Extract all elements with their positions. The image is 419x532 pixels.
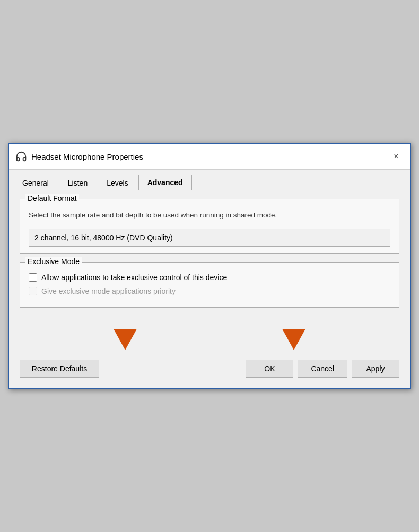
headset-icon [15,151,27,162]
ok-button[interactable]: OK [246,360,293,378]
exclusive-priority-row: Give exclusive mode applications priorit… [29,287,390,295]
dialog-body: Default Format Select the sample rate an… [9,190,410,324]
exclusive-control-label[interactable]: Allow applications to take exclusive con… [41,273,227,282]
footer-left: Restore Defaults [20,360,246,378]
default-format-title: Default Format [25,194,79,203]
restore-defaults-button[interactable]: Restore Defaults [20,360,99,378]
default-format-group: Default Format Select the sample rate an… [20,199,399,253]
exclusive-mode-group: Exclusive Mode Allow applications to tak… [20,262,399,308]
exclusive-control-checkbox[interactable] [29,273,37,282]
dialog-title: Headset Microphone Properties [31,152,143,161]
apply-button[interactable]: Apply [352,360,399,378]
footer-right: OK Cancel Apply [246,360,399,378]
default-format-content: Select the sample rate and bit depth to … [29,210,390,246]
default-format-description: Select the sample rate and bit depth to … [29,210,390,221]
exclusive-mode-title: Exclusive Mode [25,257,82,266]
exclusive-priority-checkbox [29,287,37,295]
arrow-indicators [9,325,410,353]
ok-arrow-container [110,329,140,353]
dialog-footer: Restore Defaults OK Cancel Apply [9,353,410,388]
tab-levels[interactable]: Levels [98,175,137,190]
apply-arrow-container [279,329,309,353]
close-button[interactable]: × [389,149,404,164]
apply-arrow [282,329,305,350]
tab-advanced[interactable]: Advanced [138,175,192,190]
exclusive-priority-label: Give exclusive mode applications priorit… [41,287,176,295]
exclusive-mode-content: Allow applications to take exclusive con… [29,273,390,295]
properties-dialog: Headset Microphone Properties × General … [8,143,411,389]
format-dropdown[interactable]: 1 channel, 16 bit, 44100 Hz (CD Quality)… [29,229,390,247]
tab-general[interactable]: General [13,175,58,190]
dialog-content: Default Format Select the sample rate an… [9,190,410,324]
title-bar-left: Headset Microphone Properties [15,151,143,162]
ok-arrow [114,329,137,350]
format-dropdown-container: 1 channel, 16 bit, 44100 Hz (CD Quality)… [29,229,390,247]
tab-listen[interactable]: Listen [59,175,97,190]
cancel-button[interactable]: Cancel [298,360,347,378]
title-bar: Headset Microphone Properties × [9,144,410,170]
tab-bar: General Listen Levels Advanced [9,170,410,190]
exclusive-control-row: Allow applications to take exclusive con… [29,273,390,282]
